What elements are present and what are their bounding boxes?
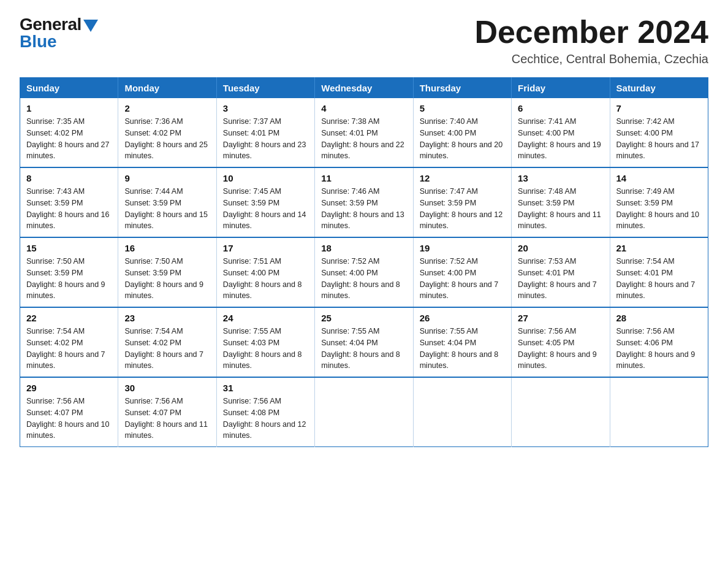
sunset-label: Sunset: 3:59 PM <box>616 199 673 207</box>
day-number: 9 <box>124 173 210 183</box>
sunset-label: Sunset: 3:59 PM <box>420 199 476 207</box>
day-number: 30 <box>124 383 210 393</box>
day-number: 4 <box>321 103 406 113</box>
sunset-label: Sunset: 4:02 PM <box>124 339 181 347</box>
daylight-label: Daylight: 8 hours and 23 minutes. <box>223 140 306 161</box>
sunset-label: Sunset: 4:02 PM <box>124 129 181 137</box>
calendar-cell: 26 Sunrise: 7:55 AM Sunset: 4:04 PM Dayl… <box>413 307 511 377</box>
daylight-label: Daylight: 8 hours and 9 minutes. <box>518 350 597 370</box>
sunrise-label: Sunrise: 7:51 AM <box>223 257 281 266</box>
weekday-header-wednesday: Wednesday <box>315 78 413 99</box>
sunrise-label: Sunrise: 7:42 AM <box>616 117 675 126</box>
sunrise-label: Sunrise: 7:50 AM <box>124 257 183 266</box>
sunset-label: Sunset: 4:00 PM <box>223 269 279 277</box>
daylight-label: Daylight: 8 hours and 20 minutes. <box>420 140 503 161</box>
sunset-label: Sunset: 3:59 PM <box>518 199 574 207</box>
sunrise-label: Sunrise: 7:56 AM <box>223 397 281 405</box>
sunset-label: Sunset: 4:04 PM <box>420 339 476 347</box>
calendar-cell: 20 Sunrise: 7:53 AM Sunset: 4:01 PM Dayl… <box>512 237 610 307</box>
day-number: 7 <box>616 103 702 113</box>
day-info: Sunrise: 7:41 AM Sunset: 4:00 PM Dayligh… <box>518 116 603 162</box>
sunset-label: Sunset: 4:08 PM <box>223 408 279 417</box>
calendar-cell: 2 Sunrise: 7:36 AM Sunset: 4:02 PM Dayli… <box>118 98 216 167</box>
day-number: 23 <box>124 313 210 323</box>
sunrise-label: Sunrise: 7:46 AM <box>321 187 379 196</box>
calendar-cell <box>413 377 511 447</box>
day-number: 19 <box>420 243 505 253</box>
calendar-cell: 16 Sunrise: 7:50 AM Sunset: 3:59 PM Dayl… <box>118 237 216 307</box>
sunrise-label: Sunrise: 7:55 AM <box>420 327 478 335</box>
calendar-cell: 27 Sunrise: 7:56 AM Sunset: 4:05 PM Dayl… <box>512 307 610 377</box>
sunset-label: Sunset: 4:01 PM <box>518 269 574 277</box>
sunset-label: Sunset: 3:59 PM <box>124 199 181 207</box>
day-info: Sunrise: 7:50 AM Sunset: 3:59 PM Dayligh… <box>124 256 210 302</box>
calendar-cell: 9 Sunrise: 7:44 AM Sunset: 3:59 PM Dayli… <box>118 167 216 237</box>
sunrise-label: Sunrise: 7:40 AM <box>420 117 478 126</box>
daylight-label: Daylight: 8 hours and 19 minutes. <box>518 140 601 161</box>
calendar-cell: 31 Sunrise: 7:56 AM Sunset: 4:08 PM Dayl… <box>216 377 314 447</box>
sunset-label: Sunset: 4:05 PM <box>518 339 574 347</box>
day-number: 2 <box>124 103 210 113</box>
calendar-cell: 23 Sunrise: 7:54 AM Sunset: 4:02 PM Dayl… <box>118 307 216 377</box>
day-info: Sunrise: 7:55 AM Sunset: 4:04 PM Dayligh… <box>321 326 406 372</box>
day-info: Sunrise: 7:56 AM Sunset: 4:08 PM Dayligh… <box>223 396 308 442</box>
sunrise-label: Sunrise: 7:44 AM <box>124 187 183 196</box>
calendar-cell: 11 Sunrise: 7:46 AM Sunset: 3:59 PM Dayl… <box>315 167 413 237</box>
calendar-cell: 7 Sunrise: 7:42 AM Sunset: 4:00 PM Dayli… <box>610 98 708 167</box>
sunset-label: Sunset: 4:00 PM <box>616 129 673 137</box>
day-number: 8 <box>26 173 112 183</box>
sunset-label: Sunset: 4:00 PM <box>420 269 476 277</box>
calendar-cell: 12 Sunrise: 7:47 AM Sunset: 3:59 PM Dayl… <box>413 167 511 237</box>
day-info: Sunrise: 7:54 AM Sunset: 4:02 PM Dayligh… <box>26 326 112 372</box>
weekday-header-sunday: Sunday <box>20 78 118 99</box>
sunrise-label: Sunrise: 7:52 AM <box>321 257 379 266</box>
day-info: Sunrise: 7:35 AM Sunset: 4:02 PM Dayligh… <box>26 116 112 162</box>
weekday-header-thursday: Thursday <box>413 78 511 99</box>
calendar-cell: 21 Sunrise: 7:54 AM Sunset: 4:01 PM Dayl… <box>610 237 708 307</box>
day-info: Sunrise: 7:50 AM Sunset: 3:59 PM Dayligh… <box>26 256 112 302</box>
daylight-label: Daylight: 8 hours and 22 minutes. <box>321 140 404 161</box>
sunset-label: Sunset: 4:01 PM <box>223 129 279 137</box>
sunset-label: Sunset: 4:07 PM <box>124 408 181 417</box>
sunrise-label: Sunrise: 7:48 AM <box>518 187 576 196</box>
page-title: December 2024 <box>474 15 708 50</box>
daylight-label: Daylight: 8 hours and 7 minutes. <box>26 350 105 370</box>
day-info: Sunrise: 7:52 AM Sunset: 4:00 PM Dayligh… <box>420 256 505 302</box>
calendar-cell <box>315 377 413 447</box>
day-info: Sunrise: 7:37 AM Sunset: 4:01 PM Dayligh… <box>223 116 308 162</box>
sunrise-label: Sunrise: 7:55 AM <box>321 327 379 335</box>
sunset-label: Sunset: 4:00 PM <box>321 269 377 277</box>
subtitle: Cechtice, Central Bohemia, Czechia <box>474 52 708 66</box>
sunrise-label: Sunrise: 7:54 AM <box>124 327 183 335</box>
daylight-label: Daylight: 8 hours and 11 minutes. <box>124 420 208 440</box>
calendar-cell: 29 Sunrise: 7:56 AM Sunset: 4:07 PM Dayl… <box>20 377 118 447</box>
sunset-label: Sunset: 4:01 PM <box>616 269 673 277</box>
daylight-label: Daylight: 8 hours and 27 minutes. <box>26 140 110 161</box>
day-info: Sunrise: 7:47 AM Sunset: 3:59 PM Dayligh… <box>420 186 505 232</box>
sunrise-label: Sunrise: 7:47 AM <box>420 187 478 196</box>
sunset-label: Sunset: 3:59 PM <box>223 199 279 207</box>
day-number: 25 <box>321 313 406 323</box>
daylight-label: Daylight: 8 hours and 8 minutes. <box>321 350 400 370</box>
calendar-header-row: SundayMondayTuesdayWednesdayThursdayFrid… <box>20 78 708 99</box>
sunset-label: Sunset: 4:02 PM <box>26 339 83 347</box>
calendar-table: SundayMondayTuesdayWednesdayThursdayFrid… <box>20 77 708 447</box>
daylight-label: Daylight: 8 hours and 7 minutes. <box>616 280 696 301</box>
calendar-cell <box>512 377 610 447</box>
calendar-cell: 4 Sunrise: 7:38 AM Sunset: 4:01 PM Dayli… <box>315 98 413 167</box>
day-number: 3 <box>223 103 308 113</box>
day-info: Sunrise: 7:53 AM Sunset: 4:01 PM Dayligh… <box>518 256 603 302</box>
day-info: Sunrise: 7:52 AM Sunset: 4:00 PM Dayligh… <box>321 256 406 302</box>
day-number: 28 <box>616 313 702 323</box>
calendar-cell: 5 Sunrise: 7:40 AM Sunset: 4:00 PM Dayli… <box>413 98 511 167</box>
sunset-label: Sunset: 3:59 PM <box>26 269 83 277</box>
daylight-label: Daylight: 8 hours and 8 minutes. <box>223 350 302 370</box>
calendar-cell: 17 Sunrise: 7:51 AM Sunset: 4:00 PM Dayl… <box>216 237 314 307</box>
calendar-cell: 25 Sunrise: 7:55 AM Sunset: 4:04 PM Dayl… <box>315 307 413 377</box>
logo: General Blue <box>20 15 98 52</box>
daylight-label: Daylight: 8 hours and 25 minutes. <box>124 140 208 161</box>
calendar-cell: 6 Sunrise: 7:41 AM Sunset: 4:00 PM Dayli… <box>512 98 610 167</box>
daylight-label: Daylight: 8 hours and 8 minutes. <box>420 350 499 370</box>
calendar-week-row: 29 Sunrise: 7:56 AM Sunset: 4:07 PM Dayl… <box>20 377 708 447</box>
daylight-label: Daylight: 8 hours and 8 minutes. <box>223 280 302 301</box>
